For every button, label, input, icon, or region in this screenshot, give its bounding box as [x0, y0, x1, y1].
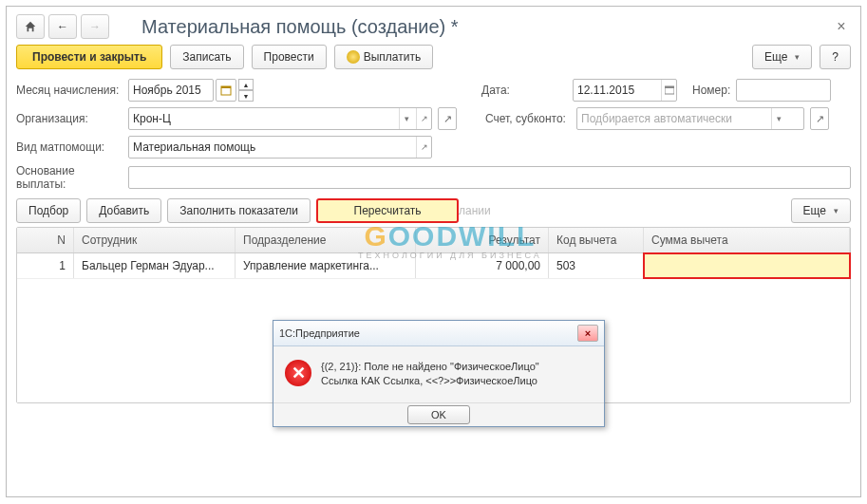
table-toolbar: Подбор Добавить Заполнить показатели Пер… [16, 198, 851, 223]
number-field[interactable] [736, 79, 831, 102]
help-button[interactable]: ? [820, 45, 851, 69]
spin-up-icon[interactable]: ▲ [238, 79, 254, 90]
org-field[interactable]: Крон-Ц ▾ ↗ [128, 107, 432, 130]
form-row-type: Вид матпомощи: Материальная помощь ↗ [16, 136, 851, 159]
arrow-right-icon: → [89, 20, 101, 33]
close-icon: × [837, 18, 845, 34]
open-icon[interactable]: ↗ [416, 108, 431, 129]
forward-button[interactable]: → [81, 14, 109, 39]
pay-button-label: Выплатить [364, 50, 422, 64]
home-icon [24, 20, 37, 33]
dialog-titlebar[interactable]: 1С:Предприятие × [273, 321, 604, 346]
col-deduction-code[interactable]: Код вычета [549, 228, 644, 252]
svg-rect-1 [221, 86, 231, 88]
date-value: 12.11.2015 [577, 84, 657, 97]
org-label: Организация: [16, 112, 123, 125]
account-field[interactable]: Подбирается автоматически ▾ [576, 107, 804, 130]
date-picker-button[interactable] [661, 80, 676, 101]
document-window: ← → Материальная помощь (создание) * × П… [6, 6, 861, 497]
fill-indicators-button[interactable]: Заполнить показатели [167, 198, 311, 223]
write-button[interactable]: Записать [170, 45, 243, 69]
org-external-button[interactable]: ↗ [438, 107, 457, 130]
more-button[interactable]: Еще [752, 45, 812, 69]
type-field[interactable]: Материальная помощь ↗ [128, 136, 432, 159]
dialog-message: {(2, 21)}: Поле не найдено "ФизическоеЛи… [321, 360, 539, 389]
add-button[interactable]: Добавить [86, 198, 161, 223]
account-external-button[interactable]: ↗ [810, 107, 829, 130]
table-header: N Сотрудник Подразделение Результат Код … [17, 228, 850, 253]
cell-n: 1 [17, 253, 74, 278]
col-deduction-sum[interactable]: Сумма вычета [644, 228, 850, 252]
cell-code: 503 [549, 253, 644, 278]
dialog-title: 1С:Предприятие [279, 327, 577, 339]
svg-rect-3 [665, 86, 674, 88]
date-field[interactable]: 12.11.2015 [573, 79, 677, 102]
date-label: Дата: [481, 84, 567, 97]
open-icon[interactable]: ↗ [416, 137, 431, 158]
form-row-basis: Основание выплаты: [16, 164, 851, 191]
table-more-button[interactable]: Еще [791, 198, 851, 223]
col-n[interactable]: N [17, 228, 74, 252]
cell-employee: Бальцер Герман Эдуар... [74, 253, 236, 278]
cell-sum[interactable] [643, 252, 851, 279]
type-value: Материальная помощь [133, 140, 412, 154]
month-value: Ноябрь 2015 [128, 79, 214, 102]
dialog-footer: OK [273, 402, 604, 426]
account-placeholder: Подбирается автоматически [581, 112, 769, 125]
recalc-button[interactable]: Пересчитать [316, 198, 459, 223]
titlebar: ← → Материальная помощь (создание) * × [16, 14, 851, 39]
main-toolbar: Провести и закрыть Записать Провести Вып… [16, 45, 851, 69]
table-row[interactable]: 1 Бальцер Герман Эдуар... Управление мар… [17, 253, 850, 279]
type-label: Вид матпомощи: [16, 140, 123, 154]
form-row-org: Организация: Крон-Ц ▾ ↗ ↗ Счет, субконто… [16, 107, 851, 130]
dialog-line2: Ссылка КАК Ссылка, <<?>>ФизическоеЛицо [321, 374, 539, 388]
col-employee[interactable]: Сотрудник [74, 228, 236, 252]
post-and-close-button[interactable]: Провести и закрыть [16, 45, 162, 69]
close-icon: × [585, 327, 591, 339]
basis-field[interactable] [128, 166, 851, 189]
dialog-line1: {(2, 21)}: Поле не найдено "ФизическоеЛи… [321, 360, 539, 374]
cell-department: Управление маркетинга... [236, 253, 416, 278]
back-button[interactable]: ← [48, 14, 77, 39]
error-icon: ✕ [285, 360, 311, 386]
number-label: Номер: [692, 84, 730, 97]
arrow-left-icon: ← [57, 20, 68, 33]
spin-down-icon[interactable]: ▼ [238, 90, 254, 102]
account-label: Счет, субконто: [485, 112, 571, 125]
cell-result: 7 000,00 [416, 253, 549, 278]
form-row-month: Месяц начисления: Ноябрь 2015 ▲ ▼ Дата: … [16, 79, 851, 102]
pay-button[interactable]: Выплатить [334, 45, 434, 69]
post-button[interactable]: Провести [252, 45, 327, 69]
month-field[interactable]: Ноябрь 2015 ▲ ▼ [128, 79, 271, 102]
calendar-icon [665, 85, 674, 95]
col-department[interactable]: Подразделение [236, 228, 416, 252]
month-picker-button[interactable] [216, 79, 236, 102]
close-button[interactable]: × [832, 18, 851, 35]
dropdown-icon[interactable]: ▾ [399, 108, 414, 129]
dialog-ok-button[interactable]: OK [407, 405, 470, 424]
dropdown-icon[interactable]: ▾ [771, 108, 786, 129]
error-dialog: 1С:Предприятие × ✕ {(2, 21)}: Поле не на… [273, 320, 605, 427]
coin-icon [347, 50, 360, 64]
basis-label: Основание выплаты: [16, 164, 123, 191]
month-label: Месяц начисления: [16, 84, 123, 97]
window-title: Материальная помощь (создание) * [141, 16, 459, 38]
org-value: Крон-Ц [133, 112, 397, 125]
recalc-label: Пересчитать [354, 204, 422, 217]
pick-button[interactable]: Подбор [16, 198, 81, 223]
dialog-body: ✕ {(2, 21)}: Поле не найдено "Физическое… [273, 346, 604, 402]
dialog-close-button[interactable]: × [577, 325, 598, 342]
home-button[interactable] [16, 14, 45, 39]
col-result[interactable]: Результат [416, 228, 549, 252]
calendar-icon [220, 84, 232, 96]
month-spinner[interactable]: ▲ ▼ [238, 79, 254, 102]
recalc-suffix-text: лании [459, 204, 491, 217]
